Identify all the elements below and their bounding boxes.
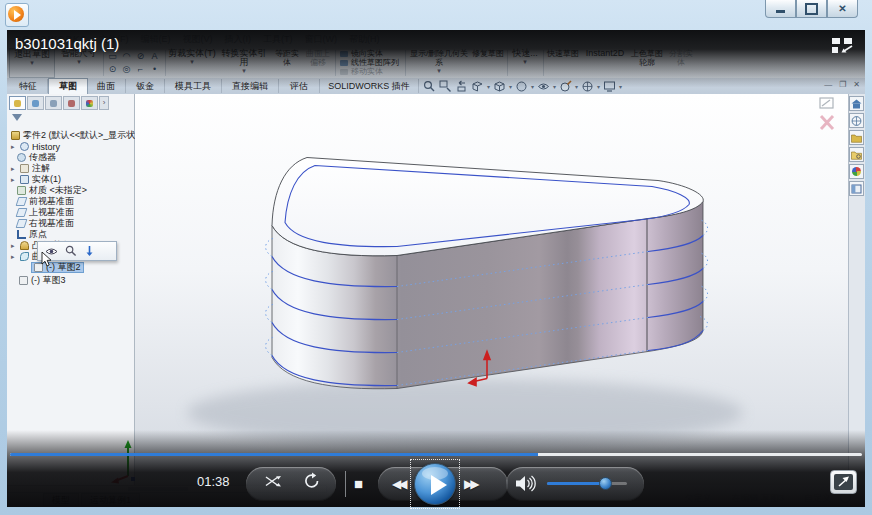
expand-icon[interactable]: ▸ [11,165,17,173]
chevron-right-icon: › [100,97,108,109]
plane-icon [16,219,28,228]
dimxpert-tab[interactable] [63,96,80,110]
repeat-button[interactable] [303,472,321,490]
video-title: b301031qktj (1) [15,35,119,52]
video-player-window: ✕ SOLIDWORKS 文件(F) 编辑(E) 视图(V) 插入(I) 工具(… [0,0,872,515]
resources-globe-icon [851,116,862,126]
custom-properties-icon [851,184,862,194]
tree-tab-strip: › [9,96,109,110]
expand-icon[interactable]: ▸ [11,253,17,261]
expand-icon[interactable]: ▸ [11,176,17,184]
home-tab-button[interactable] [849,96,864,111]
task-pane-strip [848,94,865,485]
featuremanager-icon [14,100,21,107]
configurationmanager-tab[interactable] [45,96,62,110]
plane-icon [16,197,28,206]
video-overlay-top: b301031qktj (1) [7,30,865,94]
home-icon [851,99,862,109]
volume-slider[interactable] [547,482,627,485]
shuffle-button[interactable] [265,474,282,489]
propertymanager-tab[interactable] [27,96,44,110]
history-icon [20,142,29,151]
appearances-icon [852,167,861,176]
dimxpert-icon [68,100,75,107]
displaymanager-icon [86,100,93,107]
player-app-icon [5,3,29,27]
fullscreen-icon [831,471,856,493]
tree-root-part[interactable]: 零件2 (默认<<默认>_显示状 [11,130,135,141]
window-controls: ✕ [765,0,858,18]
volume-thumb[interactable] [599,477,612,490]
stop-button[interactable]: ■ [354,475,363,492]
controls-divider [345,471,346,497]
plane-icon [16,208,28,217]
configurationmanager-icon [50,100,57,107]
confirmation-corner[interactable] [816,96,838,132]
rewind-button[interactable]: ◀◀ [392,477,404,491]
annotations-icon [20,164,29,173]
minimize-button[interactable] [765,0,796,18]
sensors-icon [17,153,26,162]
curve-icon [20,252,29,261]
appearances-button[interactable] [849,164,864,179]
volume-button[interactable] [515,474,536,493]
maximize-icon [805,3,818,15]
feature-manager-tree: › 零件2 (默认<<默认>_显示状 ▸ History 传感器 ▸ [7,94,135,485]
origin-icon [17,230,26,239]
progress-bar[interactable] [10,453,862,456]
solid-bodies-icon [20,175,29,184]
play-button[interactable] [414,463,456,505]
mode-buttons-pill [246,467,336,501]
maximize-button[interactable] [796,0,827,18]
file-explorer-icon [851,150,862,160]
design-library-icon [851,133,862,143]
displaymanager-tab[interactable] [81,96,98,110]
filter-icon[interactable] [12,114,22,121]
propertymanager-icon [32,100,39,107]
playback-time: 01:38 [197,474,230,489]
play-badge-triangle-icon [14,10,21,20]
close-icon: ✕ [838,4,846,14]
progress-fill [10,453,538,456]
design-library-button[interactable] [849,130,864,145]
expand-icon[interactable]: ▸ [11,143,17,151]
featuremanager-tab[interactable] [9,96,26,110]
part-icon [11,131,20,140]
solidworks-resources-button[interactable] [849,113,864,128]
close-button[interactable]: ✕ [827,0,858,18]
video-overlay-bottom: 01:38 ■ ◀◀ ▶▶ [7,430,865,507]
normal-to-icon[interactable] [84,245,95,257]
play-button-focus-ring [410,459,460,509]
volume-fill [547,482,605,485]
boss-extrude-icon [20,241,29,250]
custom-properties-button[interactable] [849,181,864,196]
sketch-icon [19,276,28,285]
file-explorer-button[interactable] [849,147,864,162]
material-icon [17,186,26,195]
tree-item-sketch3[interactable]: (-) 草图3 [19,275,66,286]
dock-player-icon[interactable] [831,37,855,54]
tree-item-sketch2[interactable]: (-) 草图2 [31,262,84,273]
titlebar: ✕ [0,0,872,30]
expand-icon[interactable]: ▸ [11,242,17,250]
main-area: › 零件2 (默认<<默认>_显示状 ▸ History 传感器 ▸ [7,94,865,485]
zoom-to-selection-icon[interactable] [65,245,77,257]
model-canvas [135,94,848,485]
tree-tabs-overflow[interactable]: › [99,96,109,110]
forward-button[interactable]: ▶▶ [464,477,476,491]
fullscreen-button[interactable] [830,470,857,494]
mouse-cursor-icon [41,252,52,267]
minimize-icon [776,10,785,13]
confirm-sketch-icon [820,98,833,108]
graphics-viewport[interactable] [135,94,848,485]
cancel-sketch-icon [821,116,833,129]
play-icon [415,464,457,506]
